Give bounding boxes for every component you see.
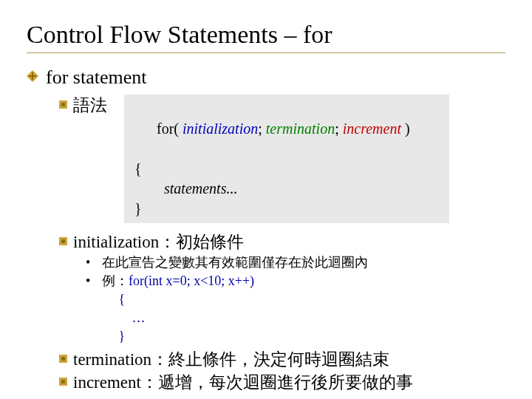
page-title: Control Flow Statements – for [27,21,505,48]
code-sep1: ; [258,120,266,137]
l3-scope-text: 在此宣告之變數其有效範圍僅存在於此迴圈內 [102,253,368,272]
code-close-paren: ) [401,120,410,137]
bullet-l2-termination: termination：終止條件，決定何時迴圈結束 [59,348,505,371]
example-brace-open: { [102,290,125,309]
code-line-close-brace: } [134,199,442,219]
code-sep2: ; [335,120,343,137]
diamond-plus-icon [27,70,38,82]
svg-rect-4 [61,103,65,106]
code-line-for: for( initialization; termination; increm… [134,99,442,159]
code-termination: termination [266,120,335,137]
l3-example-line4: } [86,327,505,346]
svg-rect-6 [61,239,65,243]
code-line-body: statements... [134,179,442,199]
title-divider [27,52,505,55]
square-bullet-icon [59,378,67,386]
code-for-keyword: for( [157,120,183,137]
code-box: for( initialization; termination; increm… [124,95,449,223]
dot-bullet-icon: • [86,253,102,272]
l3-example-line2: { [86,290,505,309]
example-code-for: for(int x=0; x<10; x++) [129,273,254,288]
increment-label: increment：遞增，每次迴圈進行後所要做的事 [73,371,413,394]
syntax-label: 語法 [73,94,107,117]
svg-rect-8 [61,357,65,361]
bullet-l1-for-statement: for statement [27,66,505,89]
termination-label: termination：終止條件，決定何時迴圈結束 [73,348,389,371]
code-line-open-brace: { [134,159,442,179]
l3-block: • 在此宣告之變數其有效範圍僅存在於此迴圈內 • 例：for(int x=0; … [86,253,505,347]
square-bullet-icon [59,355,67,363]
square-bullet-icon [59,237,67,245]
l3-item-example: • 例：for(int x=0; x<10; x++) [86,272,505,290]
dot-bullet-icon: • [86,272,102,290]
initialization-label: initialization：初始條件 [73,231,244,253]
l3-example-text: 例：for(int x=0; x<10; x++) [102,272,254,290]
code-increment: increment [343,120,401,137]
slide: Control Flow Statements – for for statem… [0,0,532,399]
bullet-l2-initialization: initialization：初始條件 [59,231,505,253]
square-bullet-icon [59,100,67,109]
l3-item-scope: • 在此宣告之變數其有效範圍僅存在於此迴圈內 [86,253,505,272]
example-brace-close: } [102,327,125,346]
bullet-l1-text: for statement [46,66,146,89]
example-prefix: 例： [102,273,129,288]
example-ellipsis: … [102,309,146,327]
code-initialization: initialization [183,120,258,137]
l3-example-line3: … [86,309,505,327]
svg-rect-10 [61,380,65,383]
bullet-l2-increment: increment：遞增，每次迴圈進行後所要做的事 [59,371,505,394]
